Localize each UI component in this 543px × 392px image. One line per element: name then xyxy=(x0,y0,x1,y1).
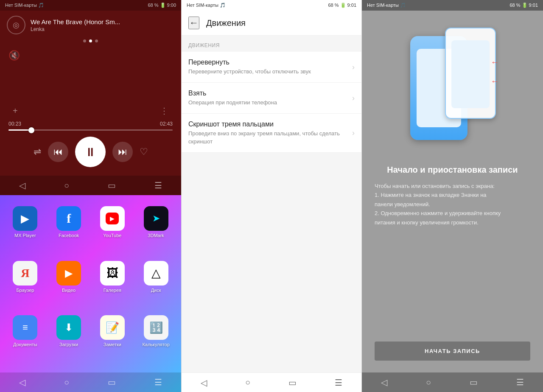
home-nav-home-icon[interactable]: ○ xyxy=(64,378,69,387)
settings-page-title: Движения xyxy=(206,18,246,28)
recents-nav-icon[interactable]: ▭ xyxy=(108,180,116,190)
track-artist: Lenka xyxy=(31,26,174,32)
arrows-container: ← ← xyxy=(491,57,499,86)
gallery-image-icon: 🖼 xyxy=(106,266,118,280)
settings-item-screenshot[interactable]: Скриншот тремя пальцами Проведите вниз п… xyxy=(182,114,361,152)
youtube-play-icon: ▶ xyxy=(110,215,115,222)
recording-title: Начало и приостановка записи xyxy=(387,165,518,175)
flip-desc: Переверните устройство, чтобы отключить … xyxy=(188,68,352,76)
back-nav-settings-icon[interactable]: ◁ xyxy=(201,378,207,388)
back-nav-recording-icon[interactable]: ◁ xyxy=(381,377,387,387)
progress-track[interactable] xyxy=(8,129,173,131)
more-options-button[interactable]: ⋮ xyxy=(160,106,168,116)
menu-nav-settings-icon[interactable]: ☰ xyxy=(335,378,342,388)
recents-nav-home-icon[interactable]: ▭ xyxy=(108,377,116,387)
track-dots xyxy=(0,39,181,42)
dot-3 xyxy=(95,39,98,42)
app-item-facebook[interactable]: f Facebook xyxy=(47,202,91,257)
nav-bar-recording: ◁ ○ ▭ ☰ xyxy=(362,372,543,392)
status-left-recording: Нет SIM-карты 🎵 xyxy=(367,3,406,8)
drive-label: Диск xyxy=(151,288,161,293)
app-item-gallery[interactable]: 🖼 Галерея xyxy=(91,257,134,311)
track-title: We Are The Brave (Honor Sm... xyxy=(31,18,174,25)
nav-bar-settings: ◁ ○ ▭ ☰ xyxy=(182,372,361,392)
pickup-desc: Операция при поднятии телефона xyxy=(188,99,352,106)
time-total: 02:43 xyxy=(160,121,173,127)
settings-item-flip[interactable]: Перевернуть Переверните устройство, чтоб… xyxy=(182,52,361,83)
video-icon: ▶ xyxy=(56,261,81,286)
pickup-title: Взять xyxy=(188,90,352,97)
home-nav-icon[interactable]: ○ xyxy=(64,181,69,190)
mx-player-icon: ▶ xyxy=(13,206,37,231)
shuffle-button[interactable]: ⇌ xyxy=(34,146,41,157)
time-current: 00:23 xyxy=(8,121,21,127)
menu-nav-home-icon[interactable]: ☰ xyxy=(154,377,162,387)
youtube-label: YouTube xyxy=(103,233,121,238)
progress-area: 00:23 02:43 xyxy=(0,121,181,131)
status-left-settings: Нет SIM-карты 🎵 xyxy=(187,3,226,8)
app-item-downloads[interactable]: ⬇ Загрузки xyxy=(47,311,91,366)
drive-icon: △ xyxy=(144,261,168,286)
home-nav-recording-icon[interactable]: ○ xyxy=(426,378,431,387)
docs-menu-icon: ≡ xyxy=(22,322,28,333)
back-nav-home-icon[interactable]: ◁ xyxy=(19,377,25,387)
notes-label: Заметки xyxy=(104,342,121,347)
status-left-music: Нет SIM-карты 🎵 xyxy=(5,3,44,8)
3dmark-symbol-icon: ➤ xyxy=(152,213,160,224)
back-button[interactable]: ← xyxy=(188,17,199,29)
mx-player-label: MX Player xyxy=(14,233,36,238)
add-to-playlist-button[interactable]: + xyxy=(13,106,18,116)
favorite-button[interactable]: ♡ xyxy=(140,146,148,157)
app-item-youtube[interactable]: ▶ YouTube xyxy=(91,202,134,257)
notes-icon: 📝 xyxy=(100,315,125,340)
docs-label: Документы xyxy=(13,342,37,347)
app-item-3dmark[interactable]: ➤ 3DMark xyxy=(134,202,178,257)
app-item-mx-player[interactable]: ▶ MX Player xyxy=(3,202,47,257)
chevron-right-icon-1: › xyxy=(352,63,355,72)
calculator-icon: 🔢 xyxy=(144,315,168,340)
section-label: ДВИЖЕНИЯ xyxy=(182,36,361,52)
screenshot-title: Скриншот тремя пальцами xyxy=(188,120,352,128)
arrow-right-icon-1: ← xyxy=(491,57,499,67)
mute-icon: 🔇 xyxy=(8,50,20,61)
settings-screen: Нет SIM-карты 🎵 68 % 🔋 9:01 ← Движения Д… xyxy=(181,0,362,392)
extra-controls: + ⋮ xyxy=(0,106,181,116)
video-play-icon: ▶ xyxy=(65,267,73,279)
settings-spacer xyxy=(182,153,361,372)
arrow-right-icon-2: ← xyxy=(491,76,499,86)
status-right-recording: 68 % 🔋 9:01 xyxy=(509,3,538,8)
settings-item-pickup[interactable]: Взять Операция при поднятии телефона › xyxy=(182,83,361,114)
recents-nav-recording-icon[interactable]: ▭ xyxy=(470,377,478,387)
docs-icon: ≡ xyxy=(13,315,37,340)
play-triangle-icon: ▶ xyxy=(21,212,29,225)
app-item-calculator[interactable]: 🔢 Калькулятор xyxy=(134,311,178,366)
pause-button[interactable]: ⏸ xyxy=(75,137,106,167)
back-nav-icon[interactable]: ◁ xyxy=(19,180,25,190)
app-item-video[interactable]: ▶ Видео xyxy=(47,257,91,311)
menu-nav-icon[interactable]: ☰ xyxy=(154,180,162,190)
status-right-settings: 68 % 🔋 9:01 xyxy=(328,3,356,8)
browser-label: Браузер xyxy=(16,288,34,293)
dot-2 xyxy=(89,39,92,42)
settings-header: ← Движения xyxy=(182,11,361,36)
app-item-notes[interactable]: 📝 Заметки xyxy=(91,311,134,366)
recents-nav-settings-icon[interactable]: ▭ xyxy=(288,378,297,388)
phone-front-screen xyxy=(451,40,490,108)
download-arrow-icon: ⬇ xyxy=(64,322,73,333)
flip-title: Перевернуть xyxy=(188,59,352,66)
yandex-y-icon: Я xyxy=(21,266,29,280)
start-recording-button[interactable]: НАЧАТЬ ЗАПИСЬ xyxy=(375,342,530,361)
prev-button[interactable]: ⏮ xyxy=(48,142,68,162)
app-item-browser[interactable]: Я Браузер xyxy=(3,257,47,311)
app-item-docs[interactable]: ≡ Документы xyxy=(3,311,47,366)
calculator-label: Калькулятор xyxy=(142,342,169,347)
app-item-drive[interactable]: △ Диск xyxy=(134,257,178,311)
screen-recording-screen: Нет SIM-карты 🎵 68 % 🔋 9:01 ← ← xyxy=(362,0,543,392)
youtube-icon: ▶ xyxy=(100,206,125,231)
menu-nav-recording-icon[interactable]: ☰ xyxy=(516,377,524,387)
status-bar-music: Нет SIM-карты 🎵 68 % 🔋 9:00 xyxy=(0,0,181,11)
progress-thumb xyxy=(28,127,34,133)
home-nav-settings-icon[interactable]: ○ xyxy=(245,378,250,387)
next-button[interactable]: ⏭ xyxy=(112,142,133,162)
chevron-right-icon-2: › xyxy=(352,94,355,103)
